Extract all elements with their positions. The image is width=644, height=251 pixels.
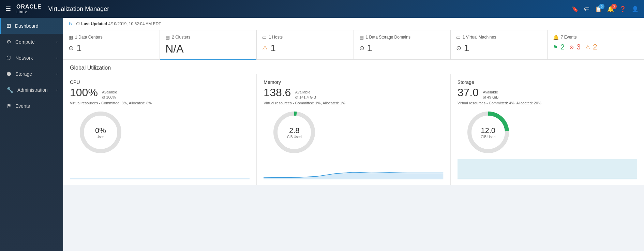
utilization-panels: CPU 100% Available of 100% Virtual resou…: [63, 74, 644, 185]
app-title: Virtualization Manager: [48, 5, 572, 13]
last-updated-text: ⏱ Last Updated 4/10/2019, 10:52:04 AM ED…: [76, 21, 161, 26]
storage-util-panel: Storage 37.0 Available of 49 GiB Virtual…: [451, 74, 644, 185]
cpu-sparkline: [70, 159, 250, 179]
sidebar-item-network[interactable]: ⬡ Network ›: [0, 50, 63, 66]
data-centers-value: 1: [76, 43, 82, 54]
sidebar-label-events: Events: [15, 103, 58, 109]
chevron-right-icon: ›: [57, 56, 58, 60]
administration-icon: 🔧: [6, 87, 13, 93]
vms-ok-icon: ⊙: [456, 44, 461, 52]
stats-row: ▦ 1 Data Centers ⊙ 1 ▤ 2 Clusters N/A: [63, 30, 644, 60]
hosts-value: 1: [270, 43, 276, 54]
storage-util-note: Virtual resources - Committed: 4%, Alloc…: [458, 101, 637, 105]
vms-title: 1 Virtual Machines: [463, 35, 496, 40]
svg-marker-1: [70, 178, 250, 179]
stat-card-hosts[interactable]: ▭ 1 Hosts ⚠ 1: [257, 30, 354, 59]
cpu-available-label: Available of 100%: [102, 90, 117, 100]
cpu-note: Virtual resources - Committed: 8%, Alloc…: [70, 101, 250, 105]
sidebar-label-dashboard: Dashboard: [15, 23, 58, 29]
bookmark-icon[interactable]: 🔖: [572, 6, 579, 12]
memory-sparkline: [264, 159, 443, 179]
sidebar-label-storage: Storage: [15, 71, 57, 77]
compute-icon: ⚙: [6, 39, 11, 45]
sidebar-item-compute[interactable]: ⚙ Compute ›: [0, 34, 63, 50]
memory-title: Memory: [264, 79, 443, 85]
last-updated-value: 4/10/2019, 10:52:04 AM EDT: [108, 21, 161, 26]
storage-domains-title: 1 Data Storage Domains: [366, 35, 410, 40]
content-header: ↻ ⏱ Last Updated 4/10/2019, 10:52:04 AM …: [63, 18, 644, 30]
sidebar-item-events[interactable]: ⚑ Events: [0, 98, 63, 114]
memory-donut-chart: 2.8 GiB Used: [270, 108, 318, 156]
storage-domains-value: 1: [367, 43, 373, 54]
cpu-donut-chart: 0% Used: [77, 108, 124, 156]
svg-rect-7: [458, 159, 637, 179]
top-header: ☰ ORACLE Linux Virtualization Manager 🔖 …: [0, 0, 644, 18]
cpu-panel: CPU 100% Available of 100% Virtual resou…: [63, 74, 257, 185]
storage-domains-ok-icon: ⊙: [359, 44, 364, 52]
sidebar-label-network: Network: [15, 55, 57, 61]
clusters-value: N/A: [165, 43, 251, 55]
refresh-button[interactable]: ↻: [69, 21, 73, 27]
chevron-right-icon: ›: [57, 40, 58, 44]
tag-icon[interactable]: 🏷: [584, 6, 589, 12]
oracle-logo: ORACLE Linux: [16, 4, 42, 14]
sidebar-item-administration[interactable]: 🔧 Administration ›: [0, 82, 63, 98]
last-updated-label: Last Updated: [81, 21, 107, 26]
help-icon[interactable]: ❓: [619, 6, 626, 12]
clusters-icon: ▤: [165, 34, 170, 40]
tasks-icon[interactable]: 📋 0: [595, 6, 602, 12]
vms-icon: ▭: [456, 34, 461, 40]
sidebar-item-dashboard[interactable]: ⊞ Dashboard: [0, 18, 63, 34]
user-icon[interactable]: 👤: [632, 6, 639, 12]
network-icon: ⬡: [6, 55, 11, 61]
data-centers-icon: ▦: [69, 34, 73, 40]
global-utilization-title: Global Utilization: [63, 60, 644, 74]
memory-donut-sub: GiB Used: [287, 135, 302, 139]
cpu-chart-area: 0% Used: [70, 105, 250, 156]
storage-sparkline: [458, 159, 637, 179]
notifications-icon[interactable]: 🔔 3: [607, 6, 614, 12]
stat-card-storage-domains[interactable]: ▤ 1 Data Storage Domains ⊙ 1: [354, 30, 451, 59]
events-title: 7 Events: [561, 35, 577, 40]
memory-note: Virtual resources - Committed: 1%, Alloc…: [264, 101, 443, 105]
memory-donut-value: 2.8: [287, 126, 302, 135]
sidebar-label-administration: Administration: [17, 87, 57, 93]
stat-card-events[interactable]: 🔔 7 Events ⚑ 2 ⊗ 3 ⚠ 2: [548, 30, 644, 59]
hamburger-menu-icon[interactable]: ☰: [5, 5, 11, 13]
dashboard-icon: ⊞: [6, 23, 11, 29]
tasks-badge: 0: [599, 4, 604, 9]
storage-domains-icon: ▤: [359, 34, 364, 40]
stat-card-virtual-machines[interactable]: ▭ 1 Virtual Machines ⊙ 1: [451, 30, 548, 59]
content-area: ↻ ⏱ Last Updated 4/10/2019, 10:52:04 AM …: [63, 18, 644, 251]
stat-card-data-centers[interactable]: ▦ 1 Data Centers ⊙ 1: [63, 30, 160, 59]
storage-donut-value: 12.0: [481, 126, 495, 135]
memory-value: 138.6: [264, 86, 291, 99]
events-flag-icon: ⚑: [553, 44, 558, 50]
storage-util-value: 37.0: [458, 86, 479, 99]
storage-util-title: Storage: [458, 79, 637, 85]
hosts-warn-icon: ⚠: [262, 44, 268, 52]
memory-panel: Memory 138.6 Available of 141.4 GiB Virt…: [257, 74, 450, 185]
cpu-donut-sub: Used: [95, 135, 106, 139]
stat-card-clusters[interactable]: ▤ 2 Clusters N/A: [160, 30, 257, 59]
clusters-title: 2 Clusters: [172, 35, 190, 40]
sidebar-item-storage[interactable]: ⬢ Storage ›: [0, 66, 63, 82]
events-icon: ⚑: [6, 103, 11, 109]
sidebar-label-compute: Compute: [15, 39, 57, 45]
cpu-donut-value: 0%: [95, 126, 106, 135]
events-bell-icon: 🔔: [553, 34, 559, 40]
data-centers-ok-icon: ⊙: [69, 44, 74, 52]
notifications-badge: 3: [611, 4, 617, 9]
hosts-title: 1 Hosts: [269, 35, 283, 40]
oracle-brand-text: ORACLE: [16, 4, 42, 10]
svg-marker-4: [264, 172, 443, 179]
storage-chart-area: 12.0 GiB Used: [458, 105, 637, 156]
events-warn-icon: ⚠: [585, 44, 590, 50]
vms-value: 1: [464, 43, 469, 54]
events-error-value: 3: [576, 43, 581, 51]
sidebar: ⊞ Dashboard ⚙ Compute › ⬡ Network › ⬢ St…: [0, 18, 63, 251]
storage-donut-chart: 12.0 GiB Used: [464, 108, 512, 156]
linux-brand-text: Linux: [16, 10, 27, 14]
chevron-right-icon: ›: [57, 72, 58, 76]
cpu-value: 100%: [70, 86, 98, 99]
